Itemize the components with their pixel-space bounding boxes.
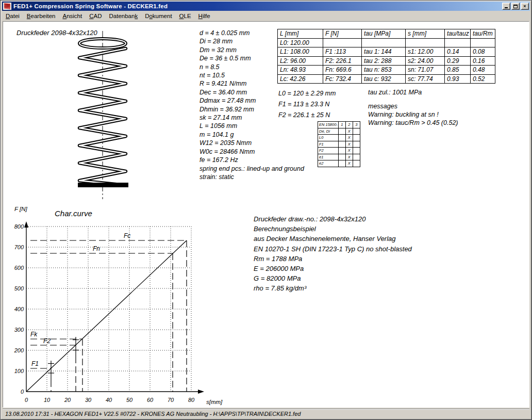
info-line: EN 10270-1 SH (DIN 17223-1 Typ C) no sho… <box>254 244 412 254</box>
param-line: W0c = 28466 Nmm <box>200 148 304 156</box>
x-tick-labels: 0 10 20 30 40 50 60 70 80 <box>25 397 195 403</box>
en15800-row: e2 X <box>318 160 360 167</box>
info-line: Rm = 1788 MPa <box>254 254 412 264</box>
results-table: L [mm] F [N] tau [MPa] s [mm] tau/tauz t… <box>277 29 495 84</box>
svg-text:600: 600 <box>14 265 24 271</box>
tolerance-block: L0 = 120 ± 2.29 mm F1 = 113 ± 23.3 N F2 … <box>278 88 336 121</box>
characteristic-line <box>26 240 187 392</box>
menu-ansicht[interactable]: Ansicht <box>59 12 86 20</box>
svg-text:800: 800 <box>14 223 24 230</box>
tolerance-line: F2 = 226.1 ± 25 N <box>278 110 336 121</box>
svg-text:500: 500 <box>14 285 24 292</box>
svg-text:60: 60 <box>147 397 154 403</box>
svg-text:80: 80 <box>188 397 195 403</box>
svg-text:Fc: Fc <box>124 232 130 239</box>
minimize-icon <box>505 7 508 8</box>
status-text: 13.08.2010 17:31 - HEXAGON FED1+ V22.5 #… <box>5 411 301 417</box>
en15800-header-row: EN 15800- 1 2 3 <box>318 122 360 128</box>
close-button[interactable]: × <box>521 3 529 10</box>
en15800-row: F1 X <box>318 141 360 148</box>
svg-text:50: 50 <box>126 397 133 403</box>
param-line: fe = 167.2 Hz <box>200 156 304 164</box>
menu-datei[interactable]: Datei <box>2 12 23 20</box>
window-title: FED1+ Compression Spring Software - DECK… <box>13 3 168 9</box>
param-line: L = 1056 mm <box>200 122 304 130</box>
close-icon: × <box>523 4 526 9</box>
minimize-button[interactable] <box>502 3 510 10</box>
svg-text:Fn: Fn <box>93 245 100 252</box>
warning-line: Warning: tauc/Rm > 0.45 (0.52) <box>368 119 458 127</box>
info-line: Druckfeder draw.-no.: 2098-4x32x120 <box>254 214 412 224</box>
svg-text:70: 70 <box>168 397 174 403</box>
svg-text:200: 200 <box>14 347 24 353</box>
svg-text:20: 20 <box>64 397 71 403</box>
x-axis-arrow <box>198 390 204 394</box>
svg-text:400: 400 <box>14 306 24 312</box>
spring-ground-end <box>78 183 128 187</box>
drawing-info-block: Druckfeder draw.-no.: 2098-4x32x120 Bere… <box>254 214 412 294</box>
svg-text:30: 30 <box>85 397 92 403</box>
en15800-table: EN 15800- 1 2 3 De, Di X L0 X F1 X <box>318 121 360 167</box>
menu-hilfe[interactable]: Hilfe <box>195 12 214 20</box>
table-header-row: L [mm] F [N] tau [MPa] s [mm] tau/tauz t… <box>278 29 495 39</box>
menu-bearbeiten[interactable]: Bearbeiten <box>23 12 59 20</box>
info-line: G = 82000 MPa <box>254 273 412 283</box>
chart-title: Char.curve <box>55 209 92 218</box>
svg-text:100: 100 <box>14 368 24 374</box>
param-line: spring end pcs.: lined-up and ground <box>200 165 304 173</box>
y-axis-label: F [N] <box>14 206 28 212</box>
param-line: strain: static <box>200 173 304 181</box>
svg-text:40: 40 <box>106 397 112 403</box>
y-tick-labels: 0 100 200 300 400 500 600 700 800 <box>14 223 24 395</box>
spring-drawing <box>75 29 135 204</box>
tau-zul-value: tau zul.: 1001 MPa <box>368 89 422 96</box>
maximize-button[interactable] <box>511 3 520 10</box>
app-icon <box>3 3 11 10</box>
messages-title: messages <box>368 102 458 110</box>
x-axis-label: s[mm] <box>206 399 223 405</box>
menu-datenbank[interactable]: Datenbank <box>106 12 142 20</box>
svg-text:300: 300 <box>14 327 24 333</box>
info-line: E = 206000 MPa <box>254 264 412 273</box>
tolerance-line: L0 = 120 ± 2.29 mm <box>278 88 336 99</box>
info-line: aus Decker Maschinenelemente, Hanser Ver… <box>254 234 412 244</box>
tolerance-line: F1 = 113 ± 23.3 N <box>278 99 336 110</box>
maximize-icon <box>513 5 518 8</box>
tolerance-bars <box>48 337 79 380</box>
table-row: L2: 96.00 F2: 226.1 tau 2: 288 s2: 24.00… <box>278 56 495 66</box>
param-line: W12 = 2035 Nmm <box>200 139 304 147</box>
menubar: Datei Bearbeiten Ansicht CAD Datenbank D… <box>2 11 530 21</box>
table-row: Lc: 42.26 Fc: 732.4 tau c: 932 sc: 77.74… <box>278 74 495 84</box>
marker-labels: Fc Fn Fk F2 F1 <box>30 232 130 367</box>
svg-text:700: 700 <box>14 244 24 250</box>
svg-text:Fk: Fk <box>30 331 38 338</box>
menu-cad[interactable]: CAD <box>86 12 105 20</box>
en15800-row: F2 X <box>318 148 360 154</box>
titlebar: FED1+ Compression Spring Software - DECK… <box>2 2 530 11</box>
table-row: L0: 120.00 <box>278 38 495 47</box>
svg-text:F2: F2 <box>43 337 51 345</box>
document-area: Druckfeder 2098-4x32x120 d = 4 ± 0.025 m… <box>3 21 529 408</box>
info-line: rho = 7.85 kg/dm³ <box>254 283 412 293</box>
y-axis-arrow <box>24 221 28 228</box>
table-row: L1: 108.00 F1 :113 tau 1: 144 s1: 12.00 … <box>278 47 495 57</box>
app-window: FED1+ Compression Spring Software - DECK… <box>0 0 532 420</box>
info-line: Berechnungsbeispiel <box>254 224 412 234</box>
en15800-row: De, Di X <box>318 128 360 135</box>
messages-block: messages Warning: buckling at sn ! Warni… <box>368 102 458 127</box>
menu-ole[interactable]: OLE <box>176 12 195 20</box>
menu-dokument[interactable]: Dokument <box>141 12 175 20</box>
svg-text:10: 10 <box>44 397 51 403</box>
svg-text:0: 0 <box>25 397 28 403</box>
svg-text:F1: F1 <box>31 360 39 367</box>
en15800-row: e1 X <box>318 154 360 160</box>
svg-text:0: 0 <box>21 389 24 395</box>
warning-line: Warning: buckling at sn ! <box>368 110 458 119</box>
param-line: m = 104.1 g <box>200 131 304 139</box>
statusbar: 13.08.2010 17:31 - HEXAGON FED1+ V22.5 #… <box>3 409 529 418</box>
en15800-row: L0 X <box>318 135 360 141</box>
table-row: Ln: 48.93 Fn: 669.6 tau n: 853 sn: 71.07… <box>278 66 495 75</box>
char-curve-chart: Char.curve F [N] s[mm] 0 100 200 300 400… <box>11 205 228 408</box>
